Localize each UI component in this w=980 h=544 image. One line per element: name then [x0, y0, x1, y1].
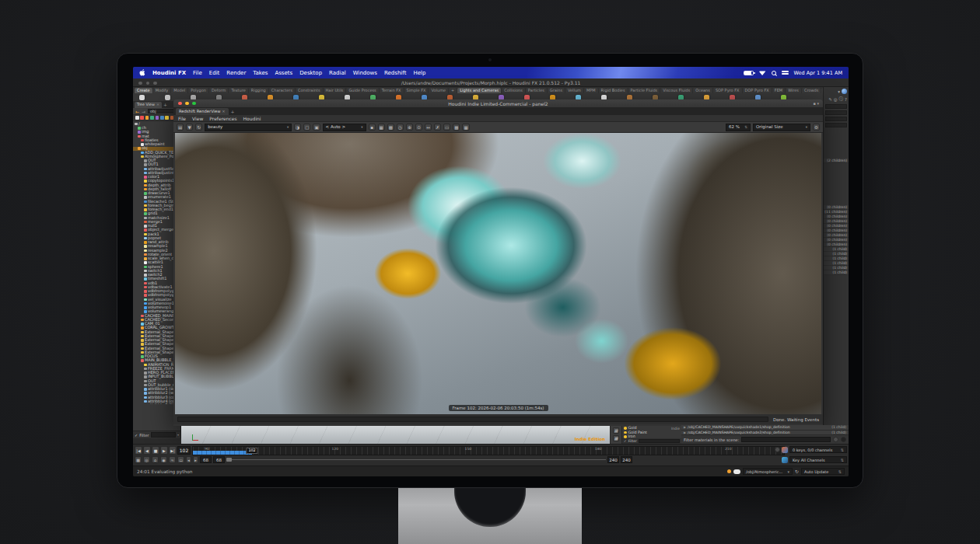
shelf-tab[interactable]: Particle Fluids: [628, 88, 660, 93]
network-type-icon[interactable]: [135, 116, 139, 120]
range-start2-field[interactable]: 68: [213, 456, 225, 463]
dopnet-icon[interactable]: ◉: [160, 456, 167, 463]
shelf-tab[interactable]: Vellum: [565, 88, 583, 93]
search-icon[interactable]: ◎: [834, 97, 838, 102]
grid-icon[interactable]: ▦: [378, 124, 385, 131]
menubar-menu-item[interactable]: Help: [413, 70, 425, 76]
spotlight-search-icon[interactable]: [772, 71, 776, 75]
param-field[interactable]: [825, 117, 847, 121]
info-icon[interactable]: ⓘ: [839, 96, 844, 102]
menubar-app-name[interactable]: Houdini FX: [152, 70, 186, 76]
shelf-tab[interactable]: Texture: [229, 88, 247, 93]
param-field[interactable]: [825, 123, 847, 127]
new-tab-icon[interactable]: +: [163, 102, 167, 108]
restart-render-icon[interactable]: ↻: [195, 124, 202, 131]
snapshot-folder-icon[interactable]: ▤: [177, 124, 184, 131]
palette-filter-input[interactable]: [639, 439, 680, 443]
panel-menu-item[interactable]: Houdini: [243, 116, 261, 121]
recook-icon[interactable]: ↻: [795, 469, 799, 474]
shelf-tab[interactable]: Viscous Fluids: [660, 88, 692, 93]
shelf-tab[interactable]: MPM: [584, 88, 598, 93]
copy-icon[interactable]: ▦: [462, 124, 469, 131]
current-frame-field[interactable]: 102: [177, 446, 191, 455]
menubar-menu-item[interactable]: File: [193, 70, 202, 76]
menubar-menu-item[interactable]: Desktop: [299, 70, 322, 76]
tree-filter-input[interactable]: [151, 432, 176, 438]
auto-update-select[interactable]: Auto Update⇅: [801, 468, 845, 475]
panel-menu-item[interactable]: View: [192, 116, 203, 121]
battery-icon[interactable]: [744, 71, 754, 75]
shelf-tab[interactable]: Model: [171, 88, 187, 93]
shelf-tab[interactable]: Oceans: [693, 88, 712, 93]
back-arrow-icon[interactable]: ←: [135, 109, 139, 114]
range-next-icon[interactable]: ▸: [193, 456, 198, 463]
window-traffic-lights-inactive[interactable]: [138, 82, 157, 85]
crop-icon[interactable]: ▣: [313, 124, 320, 131]
shelf-tab[interactable]: Modify: [153, 88, 171, 93]
panel-titlebar[interactable]: Houdini Indie Limited-Commercial - panel…: [173, 99, 823, 107]
panel-toggle-icon[interactable]: ▩: [613, 435, 619, 441]
clear-icon[interactable]: ✗: [434, 124, 441, 131]
filter-check-icon[interactable]: ✓: [624, 439, 627, 443]
image-size-select[interactable]: Original Size▾: [753, 124, 810, 131]
apple-menu-icon[interactable]: [139, 69, 145, 76]
param-field[interactable]: [825, 104, 847, 109]
shelf-tab[interactable]: Characters: [269, 88, 295, 93]
shelf-tab[interactable]: Terrain FX: [380, 88, 404, 93]
keys-summary-select[interactable]: 0 keys, 0/0 channels⇅: [789, 446, 847, 453]
fit-icon[interactable]: ↔: [425, 124, 432, 131]
loop-mode-icon[interactable]: ⌂: [152, 456, 159, 463]
transport-button[interactable]: |◀: [135, 446, 142, 455]
tab-tree-view[interactable]: Tree View×: [135, 102, 162, 108]
sim-toggle-icon[interactable]: ≈: [169, 456, 176, 463]
filter-check-icon[interactable]: ✓: [135, 433, 138, 438]
network-type-icon[interactable]: [140, 116, 144, 120]
range-prev-icon[interactable]: ◂: [186, 456, 191, 463]
zoom-button[interactable]: [192, 102, 196, 106]
shelf-tab[interactable]: Wires: [786, 88, 801, 93]
shelf-tab[interactable]: Grains: [548, 88, 565, 93]
transport-button[interactable]: ◀: [143, 446, 151, 455]
render-image-area[interactable]: Frame 102: 2026-02-06 20:03:50 (1m:54s): [175, 133, 821, 414]
shelf-tool-icon[interactable]: [139, 95, 145, 100]
timeline-track[interactable]: 90120150180210 102: [192, 446, 785, 455]
close-tab-icon[interactable]: ×: [222, 109, 225, 113]
panel-menu-item[interactable]: Preferences: [209, 116, 236, 121]
focus-icon[interactable]: ⊙: [415, 124, 422, 131]
forward-arrow-icon[interactable]: →: [142, 109, 145, 114]
menubar-menu-item[interactable]: Radial: [329, 70, 346, 76]
transport-button[interactable]: ▶|: [169, 446, 177, 455]
children-count-row[interactable]: (1 child): [824, 270, 849, 275]
range-slider[interactable]: [226, 459, 606, 460]
gear-icon[interactable]: ⚙: [813, 124, 820, 131]
close-button[interactable]: [178, 102, 182, 106]
filter-toggle-icon[interactable]: [833, 437, 838, 442]
viewport-sliver[interactable]: Indie Edition: [181, 426, 610, 444]
pin-icon[interactable]: ▾: [838, 89, 840, 94]
range-slider-icon[interactable]: ▭: [177, 456, 184, 463]
transport-button[interactable]: ■: [152, 446, 159, 455]
menubar-clock[interactable]: Wed Apr 1 9:41 AM: [794, 70, 842, 76]
shelf-tab[interactable]: Rigid Bodies: [599, 88, 628, 93]
compare-icon[interactable]: ▭: [443, 124, 450, 131]
network-type-icon[interactable]: [160, 116, 164, 120]
save-image-icon[interactable]: ▼: [186, 124, 193, 131]
shelf-tab[interactable]: Crowds: [802, 88, 821, 93]
menubar-menu-item[interactable]: Edit: [209, 70, 220, 76]
background-icon[interactable]: ▢: [303, 124, 310, 131]
wifi-icon[interactable]: [759, 70, 766, 75]
shelf-tab[interactable]: Deform: [209, 88, 229, 93]
network-type-icon[interactable]: [156, 116, 159, 120]
color-correct-icon[interactable]: ◑: [294, 124, 301, 131]
shelf-tab[interactable]: Create: [135, 88, 152, 93]
shelf-tab[interactable]: Constraints: [296, 88, 323, 93]
close-tab-icon[interactable]: ×: [156, 103, 159, 106]
audio-toggle-icon[interactable]: ◎: [143, 456, 150, 463]
new-tab-icon[interactable]: +: [231, 109, 235, 115]
edit-icon[interactable]: ✎: [828, 97, 832, 102]
network-type-icon[interactable]: [150, 116, 154, 120]
material-filter-input[interactable]: [741, 437, 831, 442]
shelf-tab[interactable]: Polygon: [188, 88, 208, 93]
expand-triangle-icon[interactable]: ▶: [684, 431, 686, 434]
range-end-field[interactable]: 240: [607, 456, 619, 463]
